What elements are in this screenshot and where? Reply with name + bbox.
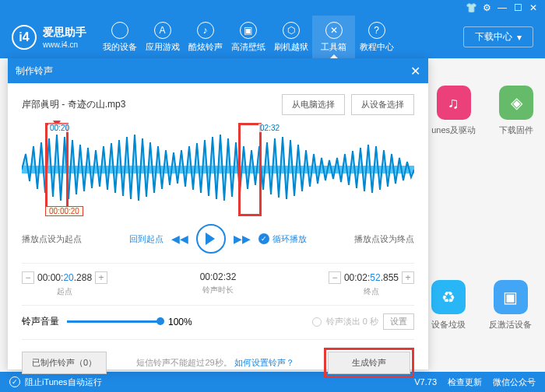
download-center-button[interactable]: 下载中心▾ xyxy=(463,26,533,47)
start-decrement[interactable]: − xyxy=(22,271,34,284)
nav-wallpapers[interactable]: ▣高清壁纸 xyxy=(227,16,269,58)
cube-icon: ◈ xyxy=(499,86,533,120)
choose-from-device-button[interactable]: 从设备选择 xyxy=(351,94,414,115)
device-icon: ▣ xyxy=(494,280,528,314)
end-time-block: −00:02:52.855+ 终点 xyxy=(329,271,414,297)
slider-thumb[interactable] xyxy=(156,317,164,325)
close-icon[interactable]: ✕ xyxy=(528,2,539,13)
header: i4 爱思助手 www.i4.cn 我的设备 A应用游戏 ♪酷炫铃声 ▣高清壁纸… xyxy=(0,16,545,58)
nav-toolbox[interactable]: ✕工具箱 xyxy=(312,16,355,58)
logo-area: i4 爱思助手 www.i4.cn xyxy=(0,25,98,50)
set-start-point-button[interactable]: 播放点设为起点 xyxy=(22,233,82,245)
modal-title: 制作铃声 xyxy=(16,65,53,78)
waveform-svg xyxy=(22,123,414,216)
app-url: www.i4.cn xyxy=(43,40,86,49)
settings-icon[interactable]: ⚙ xyxy=(481,2,492,13)
tile-device-trash[interactable]: ♻设备垃圾 xyxy=(431,280,466,331)
start-marker[interactable] xyxy=(45,123,69,216)
side-panel: ♫unes及驱动 ◈下载固件 ♻设备垃圾 ▣反激活设备 xyxy=(431,86,533,331)
maximize-icon[interactable]: ☐ xyxy=(512,2,523,13)
logo-icon: i4 xyxy=(12,25,37,50)
nav-apps-games[interactable]: A应用游戏 xyxy=(141,16,184,58)
how-to-link[interactable]: 如何设置铃声？ xyxy=(234,358,294,367)
start-time-overlay: 00:20 xyxy=(48,124,71,132)
audio-filename: 岸部眞明 - 奇迹の山.mp3 xyxy=(22,98,125,111)
nav-tutorials[interactable]: ?教程中心 xyxy=(355,16,398,58)
tile-itunes-driver[interactable]: ♫unes及驱动 xyxy=(431,86,476,136)
appstore-icon: A xyxy=(154,22,171,39)
nav-jailbreak[interactable]: ⬡刷机越狱 xyxy=(269,16,312,58)
end-time-overlay: 02:32 xyxy=(258,124,281,132)
duration-block: 00:02:32 铃声时长 xyxy=(200,271,237,297)
set-end-point-button[interactable]: 播放点设为终点 xyxy=(354,233,414,245)
end-marker[interactable] xyxy=(238,123,262,216)
tile-download-firmware[interactable]: ◈下载固件 xyxy=(499,86,533,136)
waveform-area[interactable]: 00:20 02:32 00:00:20 xyxy=(22,123,414,216)
apple-icon xyxy=(111,22,128,39)
window-title-bar: 👕 ⚙ — ☐ ✕ xyxy=(0,0,545,16)
volume-slider[interactable] xyxy=(67,320,160,323)
modal-close-button[interactable]: ✕ xyxy=(410,64,420,79)
app-title: 爱思助手 xyxy=(43,26,86,40)
start-increment[interactable]: + xyxy=(95,271,107,284)
fade-radio[interactable] xyxy=(312,317,322,327)
fade-label: 铃声淡出 0 秒 xyxy=(326,316,378,327)
nav-ringtones[interactable]: ♪酷炫铃声 xyxy=(184,16,227,58)
play-icon xyxy=(206,233,221,245)
generate-highlight: 生成铃声 xyxy=(324,348,414,378)
bell-icon: ♪ xyxy=(197,22,214,39)
main-nav: 我的设备 A应用游戏 ♪酷炫铃声 ▣高清壁纸 ⬡刷机越狱 ✕工具箱 ?教程中心 xyxy=(98,16,452,58)
recycle-icon: ♻ xyxy=(431,280,466,314)
fade-settings-button[interactable]: 设置 xyxy=(383,313,414,330)
play-button[interactable] xyxy=(196,224,226,254)
nav-my-device[interactable]: 我的设备 xyxy=(98,16,141,58)
ringtone-maker-modal: 制作铃声 ✕ 岸部眞明 - 奇迹の山.mp3 从电脑选择 从设备选择 00:20… xyxy=(8,58,428,369)
tools-icon: ✕ xyxy=(325,22,343,39)
tile-deactivate[interactable]: ▣反激活设备 xyxy=(489,280,532,331)
volume-label: 铃声音量 xyxy=(22,315,59,328)
check-update-link[interactable]: 检查更新 xyxy=(448,376,482,388)
back-to-start-button[interactable]: 回到起点 xyxy=(129,233,164,245)
generate-ringtone-button[interactable]: 生成铃声 xyxy=(328,352,410,374)
start-time-block: −00:00:20.288+ 起点 xyxy=(22,271,107,297)
wechat-link[interactable]: 微信公众号 xyxy=(493,376,536,388)
help-icon: ? xyxy=(368,22,385,39)
end-increment[interactable]: + xyxy=(402,271,414,284)
end-decrement[interactable]: − xyxy=(329,271,341,284)
chevron-down-icon: ▾ xyxy=(517,32,522,43)
prev-button[interactable]: ◀◀ xyxy=(171,233,188,245)
skin-icon[interactable]: 👕 xyxy=(466,2,476,13)
made-ringtones-button[interactable]: 已制作铃声（0） xyxy=(22,352,107,374)
minimize-icon[interactable]: — xyxy=(497,2,508,13)
choose-from-pc-button[interactable]: 从电脑选择 xyxy=(282,94,345,115)
modal-header: 制作铃声 ✕ xyxy=(8,58,428,83)
image-icon: ▣ xyxy=(240,22,257,39)
loop-toggle[interactable]: ✓循环播放 xyxy=(258,233,307,245)
hint-text: 短信铃声不能超过29秒。 如何设置铃声？ xyxy=(136,357,294,369)
box-icon: ⬡ xyxy=(283,22,300,39)
music-icon: ♫ xyxy=(437,86,471,120)
playhead-time-overlay: 00:00:20 xyxy=(45,206,83,216)
check-icon: ✓ xyxy=(258,233,269,244)
volume-value: 100% xyxy=(168,317,192,327)
next-button[interactable]: ▶▶ xyxy=(234,233,251,245)
